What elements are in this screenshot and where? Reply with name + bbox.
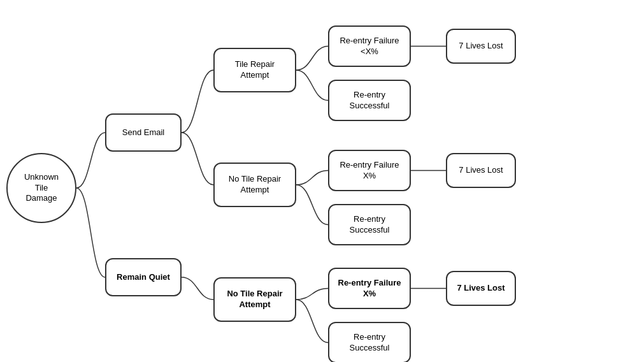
reentry-success-2: Re-entry Successful	[328, 204, 411, 245]
lives-lost-1: 7 Lives Lost	[446, 29, 516, 64]
reentry-failure-3: Re-entry Failure X%	[328, 268, 411, 309]
decision-tree-diagram: Unknown Tile DamageSend EmailRemain Quie…	[0, 0, 644, 362]
no-tile-repair-attempt-1: No Tile Repair Attempt	[213, 163, 296, 207]
lives-lost-3: 7 Lives Lost	[446, 271, 516, 306]
lives-lost-2: 7 Lives Lost	[446, 153, 516, 188]
tile-repair-attempt: Tile Repair Attempt	[213, 48, 296, 92]
remain-quiet: Remain Quiet	[105, 258, 182, 296]
send-email: Send Email	[105, 113, 182, 152]
reentry-success-3: Re-entry Successful	[328, 322, 411, 362]
connector-lines	[0, 0, 644, 362]
reentry-failure-2: Re-entry Failure X%	[328, 150, 411, 191]
reentry-success-1: Re-entry Successful	[328, 80, 411, 121]
reentry-failure-1: Re-entry Failure <X%	[328, 25, 411, 67]
unknown-tile-damage: Unknown Tile Damage	[6, 153, 76, 223]
no-tile-repair-attempt-2: No Tile Repair Attempt	[213, 277, 296, 322]
